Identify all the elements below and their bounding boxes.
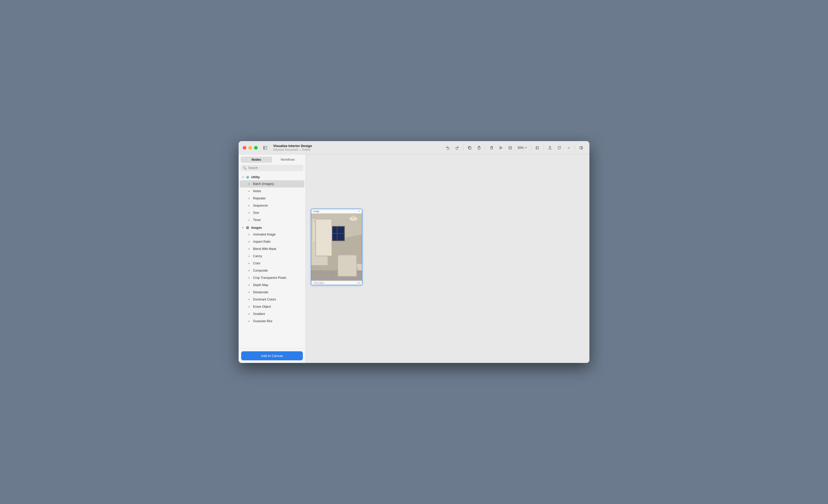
minimize-button[interactable] (248, 146, 252, 150)
close-button[interactable] (243, 146, 246, 150)
toolbar-separator-4 (543, 145, 544, 151)
panel-button[interactable] (577, 144, 585, 152)
node-footer-right: Edit (357, 282, 360, 284)
zoom-level-label: 35% (518, 146, 524, 150)
sidebar-item-crop-transparent-pixels[interactable]: ✦ Crop Transparent Pixels (240, 274, 304, 282)
sidebar-item-notes[interactable]: ✦ Notes (240, 187, 304, 195)
app-window: Visualize Interior Design Odyssey Docume… (239, 141, 589, 363)
toolbar-separator-2 (485, 145, 486, 151)
sidebar-item-crop-transparent-label: Crop Transparent Pixels (253, 276, 286, 280)
sidebar-item-guassian-blur-label: Guassian Blur (253, 319, 273, 323)
repeater-icon: ✦ (247, 196, 251, 200)
search-input[interactable] (248, 166, 301, 170)
sidebar-item-dominant-colors[interactable]: ✦ Dominant Colors (240, 296, 304, 303)
sidebar-item-aspect-ratio-label: Aspect Ratio (253, 240, 271, 244)
section-header-utility[interactable]: ▼ ⚙️ Utility (239, 173, 305, 180)
svg-rect-27 (340, 259, 351, 264)
sidebar-item-timer-label: Timer (253, 218, 261, 222)
guassian-blur-icon: ✦ (247, 319, 251, 323)
tab-nodes[interactable]: Nodes (241, 157, 272, 163)
paste-button[interactable] (475, 144, 483, 152)
erase-object-icon: ✦ (247, 305, 251, 309)
play-button[interactable] (497, 144, 505, 152)
sidebar-item-composite-label: Composite (253, 269, 268, 272)
add-to-canvas-button[interactable]: Add to Canvas (241, 351, 303, 360)
svg-marker-8 (500, 146, 502, 149)
section-utility-label: Utility (251, 175, 260, 179)
maximize-button[interactable] (254, 146, 258, 150)
utility-icon: ⚙️ (246, 175, 250, 179)
share-button[interactable] (546, 144, 554, 152)
zoom-level-button[interactable]: 35% (515, 145, 529, 151)
sidebar-item-timer[interactable]: ✦ Timer (240, 216, 304, 224)
images-icon: 🖼 (246, 226, 250, 230)
copy-button[interactable] (466, 144, 474, 152)
dominant-colors-icon: ✦ (247, 297, 251, 301)
notes-icon: ✦ (247, 189, 251, 193)
sidebar-item-guassian-blur[interactable]: ✦ Guassian Blur (240, 318, 304, 325)
aspect-ratio-icon: ✦ (247, 240, 251, 244)
sidebar-item-gradient-label: Gradient (253, 312, 265, 316)
animated-image-icon: ✦ (247, 233, 251, 237)
sidebar: Nodes Workflows 🔍 ▼ ⚙️ Utility ✦ Batch (239, 155, 306, 363)
sidebar-tab-bar: Nodes Workflows (239, 155, 305, 163)
sidebar-item-depth-map[interactable]: ✦ Depth Map (240, 282, 304, 289)
sidebar-item-animated-image-label: Animated Image (253, 233, 276, 236)
window-controls (243, 146, 258, 150)
sidebar-item-color[interactable]: ✦ Color (240, 260, 304, 267)
sidebar-item-size[interactable]: ✦ Size (240, 209, 304, 216)
document-title: Visualize Interior Design (273, 144, 312, 148)
sidebar-item-repeater[interactable]: ✦ Repeater (240, 195, 304, 202)
sidebar-item-batch-images[interactable]: ✦ Batch (Images) (240, 180, 304, 187)
delete-button[interactable] (488, 144, 496, 152)
sidebar-item-sequencer-label: Sequencer (253, 204, 268, 207)
svg-rect-1 (265, 146, 267, 146)
sidebar-item-desaturate[interactable]: ✦ Desaturate (240, 289, 304, 296)
sidebar-item-blend-with-mask[interactable]: ✦ Blend With Mask (240, 245, 304, 253)
refresh-button[interactable] (555, 144, 563, 152)
more-button[interactable] (565, 144, 573, 152)
svg-rect-18 (312, 221, 326, 242)
fit-button[interactable] (506, 144, 514, 152)
depth-map-icon: ✦ (247, 283, 251, 287)
sidebar-toggle-button[interactable] (262, 145, 269, 151)
svg-point-30 (349, 266, 358, 272)
sidebar-item-depth-map-label: Depth Map (253, 283, 268, 287)
canvas-area[interactable]: Image ✕ (306, 155, 589, 363)
node-footer: This Layer Edit (311, 281, 362, 285)
node-title-label: Image (313, 210, 319, 213)
chevron-down-icon: ▼ (242, 176, 244, 178)
frame-button[interactable] (533, 144, 541, 152)
svg-rect-13 (580, 146, 582, 149)
svg-point-26 (339, 259, 352, 266)
sidebar-item-sequencer[interactable]: ✦ Sequencer (240, 202, 304, 209)
sidebar-item-size-label: Size (253, 211, 259, 215)
section-header-images[interactable]: ▼ 🖼 Images (239, 224, 305, 231)
redo-button[interactable] (453, 144, 461, 152)
node-close-icon[interactable]: ✕ (358, 210, 360, 213)
sidebar-item-canny-label: Canny (253, 254, 262, 258)
sidebar-item-notes-label: Notes (253, 189, 261, 193)
section-images-label: Images (251, 226, 262, 229)
svg-rect-28 (341, 255, 350, 259)
sidebar-item-aspect-ratio[interactable]: ✦ Aspect Ratio (240, 238, 304, 245)
sidebar-item-canny[interactable]: ✦ Canny (240, 253, 304, 260)
svg-rect-11 (536, 146, 539, 149)
sidebar-footer: Add to Canvas (239, 349, 305, 363)
tab-workflows[interactable]: Workflows (272, 157, 303, 163)
sidebar-item-desaturate-label: Desaturate (253, 290, 268, 294)
sidebar-item-erase-object[interactable]: ✦ Erase Object (240, 303, 304, 310)
search-input-wrap: 🔍 (241, 165, 303, 171)
sidebar-item-animated-image[interactable]: ✦ Animated Image (240, 231, 304, 238)
sidebar-item-composite[interactable]: ✦ Composite (240, 267, 304, 274)
timer-icon: ✦ (247, 218, 251, 222)
title-section: Visualize Interior Design Odyssey Docume… (273, 144, 312, 152)
batch-images-icon: ✦ (247, 182, 251, 186)
sidebar-item-gradient[interactable]: ✦ Gradient (240, 310, 304, 318)
undo-button[interactable] (444, 144, 452, 152)
toolbar-actions: 35% (444, 144, 585, 152)
svg-rect-0 (263, 146, 265, 150)
content-area: Nodes Workflows 🔍 ▼ ⚙️ Utility ✦ Batch (239, 155, 589, 363)
sequencer-icon: ✦ (247, 204, 251, 208)
sidebar-item-erase-object-label: Erase Object (253, 305, 271, 308)
